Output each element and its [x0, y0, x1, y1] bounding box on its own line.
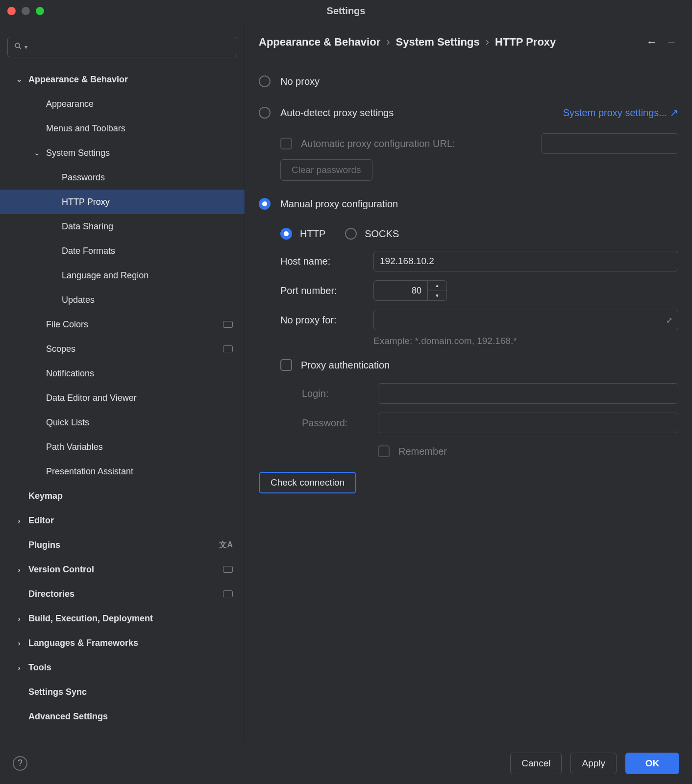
sidebar-item-data-sharing[interactable]: Data Sharing [0, 214, 245, 239]
proxy-auth-label[interactable]: Proxy authentication [301, 360, 390, 371]
sidebar-item-quick-lists[interactable]: Quick Lists [0, 410, 245, 435]
sidebar-item-label: Directories [28, 589, 74, 599]
sidebar-item-http-proxy[interactable]: HTTP Proxy [0, 190, 245, 214]
http-radio[interactable] [280, 228, 292, 240]
host-name-label: Host name: [280, 256, 364, 267]
password-input [378, 413, 678, 433]
sidebar-item-directories[interactable]: Directories [0, 582, 245, 606]
apply-button[interactable]: Apply [570, 753, 617, 774]
sidebar-item-system-settings[interactable]: ⌄System Settings [0, 141, 245, 165]
sidebar-item-label: Notifications [46, 368, 94, 379]
breadcrumb[interactable]: System Settings [396, 36, 480, 49]
password-label: Password: [302, 417, 368, 429]
no-proxy-for-hint: Example: *.domain.com, 192.168.* [280, 336, 678, 346]
proxy-auth-checkbox[interactable] [280, 359, 292, 371]
svg-line-1 [19, 47, 21, 49]
manual-proxy-label[interactable]: Manual proxy configuration [280, 198, 398, 210]
chevron-right-icon: › [386, 36, 390, 49]
sidebar-item-date-formats[interactable]: Date Formats [0, 239, 245, 263]
sidebar-item-advanced-settings[interactable]: Advanced Settings [0, 704, 245, 729]
window-minimize-dot[interactable] [22, 7, 30, 15]
language-icon: 文A [219, 540, 233, 550]
clear-passwords-button: Clear passwords [280, 159, 372, 181]
no-proxy-for-input[interactable] [373, 310, 678, 330]
ok-button[interactable]: OK [625, 753, 679, 774]
window-zoom-dot[interactable] [36, 7, 44, 15]
sidebar-item-label: Path Variables [46, 442, 103, 452]
manual-proxy-radio[interactable] [259, 198, 271, 210]
check-connection-button[interactable]: Check connection [259, 472, 356, 493]
chevron-down-icon: ⌄ [15, 75, 24, 84]
sidebar-item-path-variables[interactable]: Path Variables [0, 435, 245, 459]
breadcrumb[interactable]: Appearance & Behavior [259, 36, 380, 49]
port-step-up[interactable]: ▲ [428, 281, 446, 291]
sidebar-item-label: File Colors [46, 319, 88, 330]
socks-radio-label[interactable]: SOCKS [365, 228, 399, 240]
nav-back-button[interactable]: ← [645, 36, 659, 49]
chevron-right-icon: › [15, 565, 24, 574]
port-step-down[interactable]: ▼ [428, 291, 446, 301]
sidebar-item-settings-sync[interactable]: Settings Sync [0, 680, 245, 704]
sidebar-item-version-control[interactable]: ›Version Control [0, 557, 245, 582]
sidebar-item-editor[interactable]: ›Editor [0, 508, 245, 533]
svg-point-0 [15, 43, 20, 48]
sidebar-item-build-execution-deployment[interactable]: ›Build, Execution, Deployment [0, 606, 245, 631]
port-number-input[interactable]: 80 [373, 280, 427, 301]
sidebar-item-label: Date Formats [62, 246, 115, 256]
sidebar-item-label: Presentation Assistant [46, 466, 133, 477]
no-proxy-radio[interactable] [259, 75, 271, 87]
port-number-label: Port number: [280, 285, 364, 296]
breadcrumb: HTTP Proxy [495, 36, 556, 49]
socks-radio[interactable] [345, 228, 357, 240]
sidebar-item-presentation-assistant[interactable]: Presentation Assistant [0, 459, 245, 484]
host-name-input[interactable] [373, 251, 678, 271]
sidebar-item-label: HTTP Proxy [62, 197, 110, 207]
sidebar-item-label: Appearance & Behavior [28, 74, 128, 85]
sidebar-item-label: Menus and Toolbars [46, 123, 125, 134]
sidebar-item-file-colors[interactable]: File Colors [0, 312, 245, 337]
sidebar-item-label: Languages & Frameworks [28, 638, 138, 648]
sidebar-item-updates[interactable]: Updates [0, 288, 245, 312]
sidebar-item-languages-frameworks[interactable]: ›Languages & Frameworks [0, 631, 245, 655]
sidebar-item-appearance-behavior[interactable]: ⌄Appearance & Behavior [0, 67, 245, 92]
sidebar-item-appearance[interactable]: Appearance [0, 92, 245, 116]
project-tag-icon [223, 566, 233, 573]
http-radio-label[interactable]: HTTP [300, 228, 325, 240]
sidebar-item-language-and-region[interactable]: Language and Region [0, 263, 245, 288]
sidebar-item-label: Quick Lists [46, 417, 89, 428]
sidebar-item-label: Data Sharing [62, 221, 113, 232]
sidebar-item-label: Passwords [62, 172, 105, 183]
window-close-dot[interactable] [7, 7, 16, 15]
sidebar-item-label: Build, Execution, Deployment [28, 613, 153, 624]
settings-tree[interactable]: ⌄Appearance & BehaviorAppearanceMenus an… [0, 67, 245, 742]
sidebar-item-menus-and-toolbars[interactable]: Menus and Toolbars [0, 116, 245, 141]
sidebar-item-passwords[interactable]: Passwords [0, 165, 245, 190]
sidebar-item-scopes[interactable]: Scopes [0, 337, 245, 361]
sidebar-item-plugins[interactable]: Plugins文A [0, 533, 245, 557]
sidebar-item-label: Editor [28, 515, 54, 526]
sidebar-item-data-editor-and-viewer[interactable]: Data Editor and Viewer [0, 386, 245, 410]
sidebar-item-label: Keymap [28, 491, 63, 501]
cancel-button[interactable]: Cancel [510, 753, 562, 774]
sidebar-item-notifications[interactable]: Notifications [0, 361, 245, 386]
sidebar-item-keymap[interactable]: Keymap [0, 484, 245, 508]
search-icon [14, 42, 23, 53]
chevron-right-icon: › [15, 639, 24, 647]
auto-detect-label[interactable]: Auto-detect proxy settings [280, 107, 394, 119]
chevron-right-icon: › [15, 516, 24, 525]
no-proxy-label[interactable]: No proxy [280, 76, 320, 87]
sidebar-item-label: Scopes [46, 344, 75, 354]
no-proxy-for-label: No proxy for: [280, 315, 364, 326]
auto-detect-radio[interactable] [259, 107, 271, 119]
project-tag-icon [223, 345, 233, 352]
search-input[interactable]: ▾ [7, 37, 237, 57]
expand-icon[interactable]: ⤢ [666, 316, 672, 325]
window-title: Settings [0, 5, 692, 17]
sidebar-item-label: Language and Region [62, 270, 148, 281]
chevron-down-icon: ⌄ [32, 148, 41, 157]
sidebar-item-tools[interactable]: ›Tools [0, 655, 245, 680]
login-label: Login: [302, 388, 368, 399]
help-button[interactable]: ? [13, 756, 27, 771]
system-proxy-settings-link[interactable]: System proxy settings... ↗ [563, 107, 678, 119]
nav-forward-button: → [665, 36, 678, 49]
